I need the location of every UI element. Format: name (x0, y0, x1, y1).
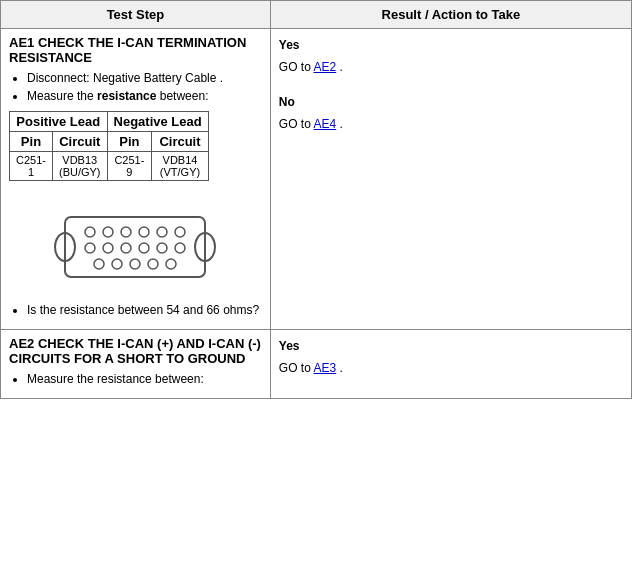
negative-lead-header: Negative Lead (107, 112, 208, 132)
pos-pin: C251-1 (10, 152, 53, 181)
svg-point-10 (103, 243, 113, 253)
header-result: Result / Action to Take (270, 1, 631, 29)
svg-point-19 (166, 259, 176, 269)
main-table: Test Step Result / Action to Take AE1 CH… (0, 0, 632, 399)
svg-point-15 (94, 259, 104, 269)
svg-point-18 (148, 259, 158, 269)
result-yes-block: Yes GO to AE2 . (279, 35, 623, 78)
link-AE4[interactable]: AE4 (314, 117, 337, 131)
pos-circuit: VDB13(BU/GY) (52, 152, 107, 181)
svg-point-5 (121, 227, 131, 237)
svg-point-3 (85, 227, 95, 237)
svg-point-14 (175, 243, 185, 253)
svg-point-13 (157, 243, 167, 253)
svg-point-7 (157, 227, 167, 237)
step-AE2-results: Yes GO to AE3 . (270, 330, 631, 399)
connector-diagram (45, 197, 225, 287)
circuit-header-1: Circuit (52, 132, 107, 152)
step-AE1-instruction-1: Disconnect: Negative Battery Cable . (27, 71, 262, 85)
svg-point-8 (175, 227, 185, 237)
step-AE1-results: Yes GO to AE2 . No GO to AE4 . (270, 29, 631, 330)
measurement-table: Positive Lead Negative Lead Pin Circuit … (9, 111, 209, 181)
question-item: Is the resistance between 54 and 66 ohms… (27, 303, 262, 317)
svg-point-9 (85, 243, 95, 253)
step-AE1-title: AE1 CHECK THE I-CAN TERMINATION RESISTAN… (9, 35, 262, 65)
step-AE2-row: AE2 CHECK THE I-CAN (+) AND I-CAN (-) CI… (1, 330, 632, 399)
neg-circuit: VDB14(VT/GY) (152, 152, 208, 181)
measurement-row: C251-1 VDB13(BU/GY) C251-9 VDB14(VT/GY) (10, 152, 209, 181)
header-test-step: Test Step (1, 1, 271, 29)
step-AE1-content: AE1 CHECK THE I-CAN TERMINATION RESISTAN… (1, 29, 271, 330)
svg-point-16 (112, 259, 122, 269)
step-AE1-instructions: Disconnect: Negative Battery Cable . Mea… (9, 71, 262, 103)
step-AE2-instruction-1: Measure the resistance between: (27, 372, 262, 386)
link-AE2[interactable]: AE2 (314, 60, 337, 74)
pin-header-2: Pin (107, 132, 152, 152)
step-AE2-instructions: Measure the resistance between: (9, 372, 262, 386)
step-AE2-content: AE2 CHECK THE I-CAN (+) AND I-CAN (-) CI… (1, 330, 271, 399)
result-AE2-yes-block: Yes GO to AE3 . (279, 336, 623, 379)
step-AE1-question: Is the resistance between 54 and 66 ohms… (9, 303, 262, 317)
yes-label-2: Yes (279, 339, 300, 353)
svg-point-11 (121, 243, 131, 253)
yes-label: Yes (279, 38, 300, 52)
circuit-header-2: Circuit (152, 132, 208, 152)
step-AE2-title: AE2 CHECK THE I-CAN (+) AND I-CAN (-) CI… (9, 336, 262, 366)
svg-rect-0 (65, 217, 205, 277)
positive-lead-header: Positive Lead (10, 112, 108, 132)
svg-point-12 (139, 243, 149, 253)
no-label: No (279, 95, 295, 109)
step-AE1-instruction-2: Measure the resistance between: (27, 89, 262, 103)
neg-pin: C251-9 (107, 152, 152, 181)
result-no-block: No GO to AE4 . (279, 92, 623, 135)
svg-point-17 (130, 259, 140, 269)
svg-point-4 (103, 227, 113, 237)
step-AE1-row: AE1 CHECK THE I-CAN TERMINATION RESISTAN… (1, 29, 632, 330)
pin-header-1: Pin (10, 132, 53, 152)
link-AE3[interactable]: AE3 (314, 361, 337, 375)
svg-point-6 (139, 227, 149, 237)
